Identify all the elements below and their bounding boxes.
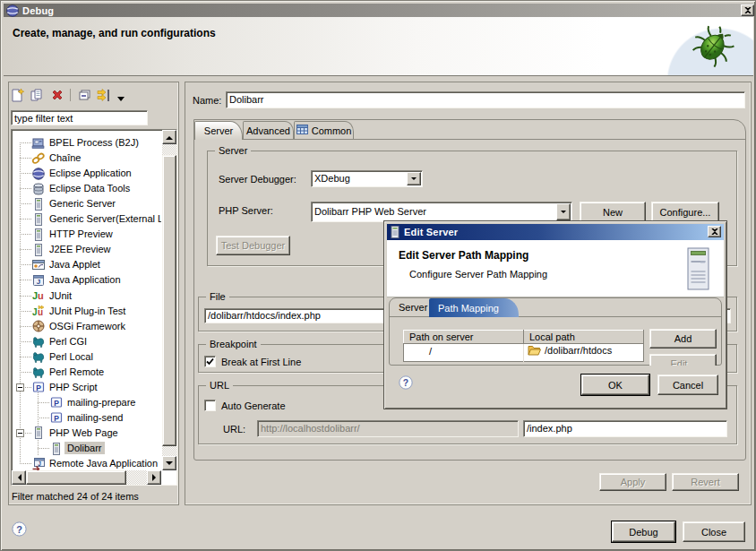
tree-item[interactable]: Generic Server <box>12 196 161 211</box>
server-debugger-dropdown-icon[interactable] <box>407 172 421 185</box>
tree-item-label: Perl CGI <box>47 335 90 348</box>
dialog-title-bar: Edit Server <box>387 224 724 240</box>
scroll-right-button[interactable] <box>147 470 161 485</box>
path-on-server-cell: / <box>404 344 524 359</box>
tree-item-label: JUnit Plug-in Test <box>47 305 128 317</box>
name-label: Name: <box>193 95 221 106</box>
filter-button[interactable] <box>97 88 113 105</box>
dialog-tab-server[interactable]: Server <box>399 302 427 313</box>
path-mapping-table[interactable]: Path on serverLocal path//dolibarr/htdoc… <box>403 330 644 362</box>
tree-item[interactable]: Eclipse Application <box>12 166 161 181</box>
apply-button[interactable]: Apply <box>599 473 666 491</box>
dialog-help-button[interactable]: ? <box>399 375 414 391</box>
php-server-select[interactable]: Dolibarr PHP Web Server <box>311 202 572 222</box>
table-header-row: Path on serverLocal path <box>404 331 644 344</box>
url-path-input[interactable]: /index.php <box>523 420 727 437</box>
tab-common[interactable]: Common <box>294 121 354 139</box>
new-configuration-button[interactable] <box>10 88 25 105</box>
tree-item[interactable]: Chaîne <box>12 151 161 166</box>
tree-item[interactable]: Pmailing-prepare <box>12 395 161 410</box>
server-small-icon <box>390 226 400 238</box>
tree-item[interactable]: Eclipse Data Tools <box>12 181 161 196</box>
help-button[interactable]: ? <box>12 521 27 537</box>
tree-item[interactable]: Perl Remote <box>12 365 161 380</box>
path-mapping-row[interactable]: //dolibarr/htdocs <box>404 344 644 359</box>
tree-item[interactable]: Pmailing-send <box>12 410 161 426</box>
dialog-tab-path-mapping-label: Path Mapping <box>438 303 499 314</box>
table-column-header[interactable]: Path on server <box>404 331 524 344</box>
tree-connector <box>20 249 31 250</box>
configure-server-button[interactable]: Configure... <box>651 202 719 222</box>
url-label: URL: <box>223 424 245 435</box>
banner-title: Create, manage, and run configurations <box>13 27 216 39</box>
tab-advanced-label: Advanced <box>246 125 290 136</box>
tree-item-label: Java Application <box>47 273 124 286</box>
test-debugger-button[interactable]: Test Debugger <box>216 236 290 255</box>
server-debugger-select[interactable]: XDebug <box>311 170 423 187</box>
table-column-header[interactable]: Local path <box>524 331 644 344</box>
tree-item[interactable]: JRemote Java Application <box>12 456 161 470</box>
auto-generate-checkbox[interactable] <box>204 400 216 411</box>
delete-button[interactable] <box>50 88 64 104</box>
tree-item[interactable]: Perl Local <box>12 349 161 365</box>
osgi-icon <box>31 319 46 333</box>
scroll-down-button[interactable] <box>162 456 176 470</box>
tree-horizontal-scrollbar[interactable] <box>12 470 161 485</box>
tree-item[interactable]: JJava Application <box>12 272 161 288</box>
tab-advanced[interactable]: Advanced <box>243 121 294 139</box>
tree-item[interactable]: BPEL Process (B2J) <box>12 135 161 151</box>
close-button[interactable]: Close <box>683 521 745 542</box>
tree-connector <box>20 188 31 189</box>
dialog-tab-path-mapping[interactable]: Path Mapping <box>429 298 519 317</box>
ok-button[interactable]: OK <box>581 375 649 395</box>
url-group-label: URL <box>206 380 233 391</box>
toolbar-menu-caret-icon[interactable] <box>117 92 125 103</box>
tree-item[interactable]: Generic Server(External La <box>12 211 161 227</box>
edit-mapping-button[interactable]: Edit... <box>649 354 717 366</box>
tree-item[interactable]: HTTP Preview <box>12 227 161 242</box>
horizontal-scroll-thumb[interactable] <box>26 470 126 485</box>
tree-item[interactable]: JuJUnit Plug-in Test <box>12 304 161 319</box>
tree-item-label: JUnit <box>47 289 74 302</box>
new-server-button[interactable]: New <box>580 202 646 222</box>
tab-server[interactable]: Server <box>194 121 243 140</box>
revert-button[interactable]: Revert <box>672 473 739 491</box>
debug-button[interactable]: Debug <box>612 521 675 542</box>
close-window-button[interactable] <box>741 4 754 16</box>
tree-connector <box>38 402 49 403</box>
cancel-button[interactable]: Cancel <box>657 375 718 395</box>
file-group-label: File <box>206 291 229 302</box>
tree-item[interactable]: Dolibarr <box>12 441 161 456</box>
tree-item[interactable]: Perl CGI <box>12 334 161 349</box>
svg-text:P: P <box>54 399 59 408</box>
java-applet-icon <box>31 258 46 272</box>
tree-item-label: Remote Java Application <box>47 457 160 469</box>
scroll-up-button[interactable] <box>162 130 176 144</box>
add-mapping-button[interactable]: Add <box>649 329 717 349</box>
tree-toolbar <box>9 86 178 108</box>
duplicate-button[interactable] <box>30 88 45 105</box>
tree-expander-minus[interactable] <box>16 429 24 437</box>
tree-item[interactable]: J2EE Preview <box>12 242 161 257</box>
perl-icon <box>31 334 46 349</box>
tree-connector <box>20 219 31 220</box>
tree-connector <box>20 234 31 235</box>
tree-vertical-scrollbar[interactable] <box>162 130 176 470</box>
break-first-line-checkbox[interactable] <box>204 356 216 367</box>
tree-item[interactable]: Java Applet <box>12 257 161 272</box>
tree-item[interactable]: PPHP Script <box>12 380 161 395</box>
svg-text:P: P <box>54 414 59 423</box>
tree-item[interactable]: PHP Web Page <box>12 426 161 441</box>
dialog-close-button[interactable] <box>708 226 721 237</box>
filter-input[interactable]: type filter text <box>11 110 148 125</box>
php-file-icon: P <box>49 410 64 425</box>
name-input[interactable]: Dolibarr <box>226 91 745 108</box>
tree-expander-minus[interactable] <box>16 383 24 392</box>
php-server-dropdown-icon[interactable] <box>556 203 571 220</box>
chain-icon <box>31 151 46 166</box>
tree-item[interactable]: JuJUnit <box>12 288 161 304</box>
collapse-all-button[interactable] <box>77 88 92 105</box>
vertical-scroll-thumb[interactable] <box>162 155 176 446</box>
tree-item[interactable]: OSGi Framework <box>12 319 161 334</box>
scroll-left-button[interactable] <box>12 470 26 485</box>
